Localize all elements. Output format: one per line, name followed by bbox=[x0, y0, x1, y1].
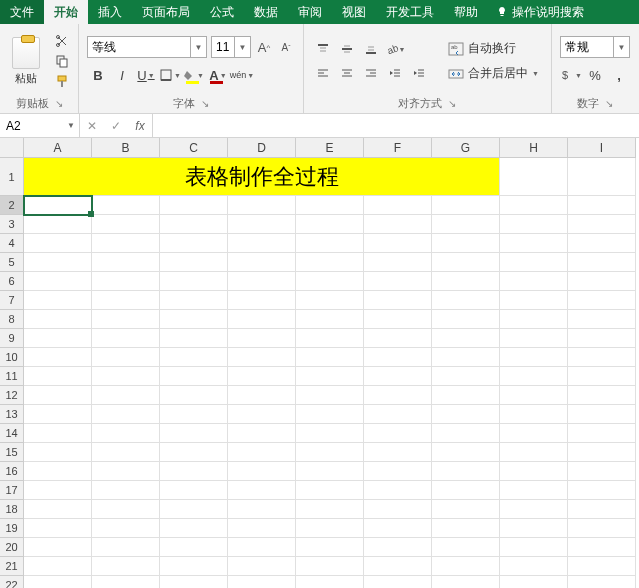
row-header-2[interactable]: 2 bbox=[0, 196, 24, 215]
column-header-H[interactable]: H bbox=[500, 138, 568, 158]
font-name-selector[interactable]: 等线 ▼ bbox=[87, 36, 207, 58]
cell[interactable] bbox=[228, 500, 296, 519]
merge-center-button[interactable]: 合并后居中 ▼ bbox=[444, 63, 543, 84]
select-all-corner[interactable] bbox=[0, 138, 24, 158]
cell[interactable] bbox=[160, 576, 228, 588]
cell[interactable] bbox=[500, 424, 568, 443]
cell[interactable] bbox=[160, 272, 228, 291]
cell[interactable] bbox=[228, 424, 296, 443]
column-header-G[interactable]: G bbox=[432, 138, 500, 158]
cell[interactable] bbox=[24, 405, 92, 424]
tab-view[interactable]: 视图 bbox=[332, 0, 376, 24]
cell[interactable] bbox=[500, 253, 568, 272]
row-header-12[interactable]: 12 bbox=[0, 386, 24, 405]
cell[interactable] bbox=[228, 557, 296, 576]
cell[interactable] bbox=[364, 405, 432, 424]
tab-home[interactable]: 开始 bbox=[44, 0, 88, 24]
cancel-formula-button[interactable]: ✕ bbox=[80, 119, 104, 133]
fx-icon[interactable]: fx bbox=[128, 119, 152, 133]
cell[interactable] bbox=[24, 253, 92, 272]
cell[interactable] bbox=[92, 443, 160, 462]
cell[interactable] bbox=[92, 519, 160, 538]
clipboard-dialog-launcher[interactable]: ↘ bbox=[55, 98, 63, 109]
cell[interactable] bbox=[364, 462, 432, 481]
font-dialog-launcher[interactable]: ↘ bbox=[201, 98, 209, 109]
cell[interactable] bbox=[364, 481, 432, 500]
cell[interactable] bbox=[364, 424, 432, 443]
orientation-button[interactable]: ab▼ bbox=[384, 39, 406, 59]
cell[interactable] bbox=[432, 348, 500, 367]
cell[interactable] bbox=[364, 500, 432, 519]
comma-format-button[interactable]: , bbox=[608, 64, 630, 86]
cell[interactable] bbox=[24, 519, 92, 538]
align-bottom-button[interactable] bbox=[360, 39, 382, 59]
align-middle-button[interactable] bbox=[336, 39, 358, 59]
align-center-button[interactable] bbox=[336, 63, 358, 83]
cell[interactable] bbox=[160, 196, 228, 215]
cell[interactable] bbox=[364, 367, 432, 386]
cell[interactable] bbox=[24, 215, 92, 234]
cell[interactable] bbox=[500, 462, 568, 481]
cell[interactable] bbox=[296, 234, 364, 253]
paste-button[interactable]: 粘贴 bbox=[8, 35, 44, 88]
cell[interactable] bbox=[500, 500, 568, 519]
cell[interactable] bbox=[364, 443, 432, 462]
cell[interactable] bbox=[92, 196, 160, 215]
cell[interactable] bbox=[228, 367, 296, 386]
cell[interactable] bbox=[92, 462, 160, 481]
column-header-C[interactable]: C bbox=[160, 138, 228, 158]
cell[interactable] bbox=[24, 291, 92, 310]
cell[interactable] bbox=[160, 443, 228, 462]
tab-file[interactable]: 文件 bbox=[0, 0, 44, 24]
cell[interactable] bbox=[296, 272, 364, 291]
cell[interactable] bbox=[364, 291, 432, 310]
cell[interactable] bbox=[92, 424, 160, 443]
cell[interactable] bbox=[364, 253, 432, 272]
cell[interactable] bbox=[432, 576, 500, 588]
cell[interactable] bbox=[92, 215, 160, 234]
cell[interactable] bbox=[228, 215, 296, 234]
cell[interactable] bbox=[228, 291, 296, 310]
row-header-22[interactable]: 22 bbox=[0, 576, 24, 588]
cell[interactable] bbox=[364, 576, 432, 588]
cell[interactable] bbox=[228, 386, 296, 405]
cell[interactable] bbox=[228, 253, 296, 272]
cell[interactable] bbox=[568, 481, 636, 500]
cell[interactable] bbox=[92, 386, 160, 405]
cell[interactable] bbox=[432, 310, 500, 329]
row-header-7[interactable]: 7 bbox=[0, 291, 24, 310]
cell[interactable] bbox=[296, 443, 364, 462]
phonetic-guide-button[interactable]: wén▼ bbox=[231, 64, 253, 86]
number-format-selector[interactable]: 常规 ▼ bbox=[560, 36, 630, 58]
cell[interactable] bbox=[24, 348, 92, 367]
column-header-E[interactable]: E bbox=[296, 138, 364, 158]
percent-format-button[interactable]: % bbox=[584, 64, 606, 86]
align-left-button[interactable] bbox=[312, 63, 334, 83]
cell[interactable] bbox=[432, 462, 500, 481]
cell[interactable] bbox=[568, 291, 636, 310]
cell[interactable] bbox=[500, 557, 568, 576]
row-header-15[interactable]: 15 bbox=[0, 443, 24, 462]
cell[interactable] bbox=[432, 196, 500, 215]
cell[interactable] bbox=[432, 329, 500, 348]
cell[interactable] bbox=[432, 481, 500, 500]
cell[interactable] bbox=[568, 234, 636, 253]
cell[interactable] bbox=[568, 538, 636, 557]
align-top-button[interactable] bbox=[312, 39, 334, 59]
cell[interactable] bbox=[568, 158, 636, 196]
cell[interactable] bbox=[432, 557, 500, 576]
cell[interactable] bbox=[568, 386, 636, 405]
cell[interactable] bbox=[568, 272, 636, 291]
cell[interactable] bbox=[92, 310, 160, 329]
enter-formula-button[interactable]: ✓ bbox=[104, 119, 128, 133]
cell[interactable] bbox=[568, 329, 636, 348]
cell[interactable] bbox=[92, 272, 160, 291]
row-header-3[interactable]: 3 bbox=[0, 215, 24, 234]
row-header-6[interactable]: 6 bbox=[0, 272, 24, 291]
cell[interactable] bbox=[228, 462, 296, 481]
cell[interactable] bbox=[432, 272, 500, 291]
cell[interactable] bbox=[364, 348, 432, 367]
cell[interactable] bbox=[296, 424, 364, 443]
decrease-font-button[interactable]: Aˇ bbox=[277, 38, 295, 56]
cell[interactable] bbox=[92, 557, 160, 576]
